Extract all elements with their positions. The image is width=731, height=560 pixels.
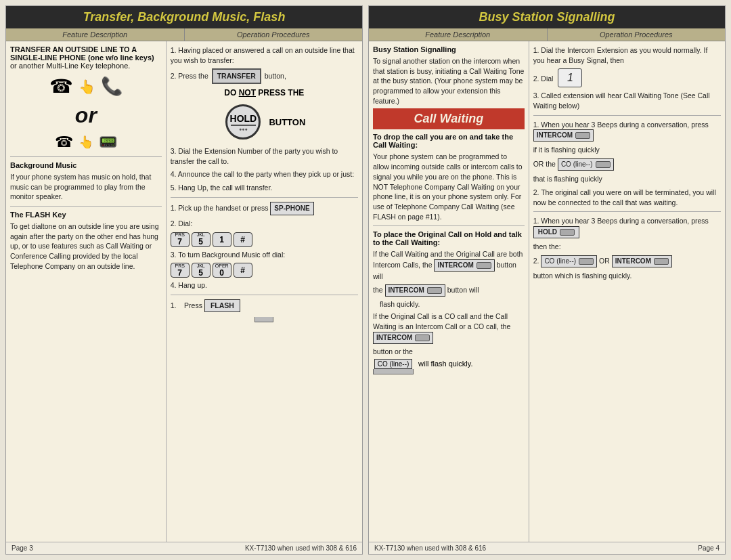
do-not-hold-section: DO NOT PRESS THE HOLD ●●● BUTTON (171, 88, 358, 142)
place-call-body1: If the Call Waiting and the Original Cal… (373, 249, 525, 281)
call-waiting-drop-steps: 1. When you hear 3 Beeps during a conver… (533, 120, 721, 207)
left-page-footer: Page 3 KX-T7130 when used with 308 & 616 (6, 542, 362, 554)
cw-if-flashing: if it is flashing quickly (533, 145, 721, 155)
cw-drop-step-2: 2. The original call you were on will be… (533, 188, 721, 207)
left-page-content: TRANSFER AN OUTSIDE LINE TO A SINGLE-LIN… (6, 41, 362, 542)
call-waiting-drop-feature: To drop the call you are on and take the… (373, 133, 525, 221)
bg-step-4: 4. Hang up. (171, 280, 358, 290)
left-footer-model: KX-T7130 when used with 308 & 616 (245, 544, 357, 552)
busy-step-2: 2. Dial 1 (533, 68, 721, 87)
bg-music-steps: 1. Pick up the handset or press SP-PHONE… (171, 202, 358, 290)
transfer-step-3: 3. Dial the Extension Number of the part… (171, 146, 358, 166)
cw-or-the: OR the CO (line--) (533, 158, 721, 171)
phone-icon-4: 📟 (99, 133, 117, 151)
flash-key-feature: The FLASH Key To get dialtone on an outs… (10, 211, 162, 271)
sp-phone-button: SP-PHONE (270, 202, 313, 215)
do-not-text: DO NOT PRESS THE (171, 88, 358, 98)
intercom-press-btn: INTERCOM (533, 129, 594, 142)
bg-step-2: 2. Dial: (171, 219, 358, 229)
cw-drop-step-1: 1. When you hear 3 Beeps during a conver… (533, 120, 721, 142)
hash-key-2: # (234, 263, 252, 278)
left-operation-col: 1. Having placed or answered a call on a… (167, 41, 362, 542)
co-line-btn-group: CO (line--) (373, 359, 414, 374)
prs7-key-2: PRS7 (171, 263, 190, 278)
flash-steps: 1. Press FLASH (171, 299, 358, 324)
busy-station-title: Busy Station Signalling (373, 45, 525, 53)
hash-key: # (234, 232, 252, 247)
phone-icon-3: ☎ (55, 133, 73, 151)
co-line-container: CO (line--) will flash quickly. (373, 359, 525, 374)
separator-r-op2 (533, 211, 721, 212)
bg-step-3: 3. To turn Background Music off dial: (171, 250, 358, 260)
jkl5-key: JKL5 (192, 232, 211, 247)
left-operation-header: Operation Procedures (185, 28, 363, 41)
right-feature-col: Busy Station Signalling To signal anothe… (369, 41, 529, 542)
transfer-feature: TRANSFER AN OUTSIDE LINE TO A SINGLE-LIN… (10, 45, 162, 151)
intercom-place-btn: INTERCOM (612, 255, 672, 267)
right-page-content: Busy Station Signalling To signal anothe… (369, 41, 725, 542)
dial-row-2: PRS7 JKL5 OPER0 # (171, 263, 358, 278)
intercom-btn-inline-2: INTERCOM (385, 284, 445, 297)
cw-button-flashing: button which is flashing quickly. (533, 271, 721, 281)
place-call-body2: the INTERCOM button will (373, 284, 525, 297)
transfer-step-1: 1. Having placed or answered a call on a… (171, 45, 358, 65)
flash-button: FLASH (204, 299, 240, 312)
pointing-icon-2: 👆 (79, 135, 93, 150)
left-footer-page: Page 3 (12, 544, 33, 552)
separator-1 (10, 156, 162, 157)
separator-op-1 (171, 197, 358, 198)
right-page-footer: KX-T7130 when used with 308 & 616 Page 4 (369, 542, 725, 554)
dial-1-button: 1 (558, 68, 582, 87)
prs7-key: PRS7 (171, 232, 190, 247)
right-operation-col: 1. Dial the Intercom Extension as you wo… (529, 41, 725, 542)
busy-station-feature: Busy Station Signalling To signal anothe… (373, 45, 525, 106)
busy-step-3: 3. Called extension will hear Call Waiti… (533, 91, 721, 110)
co-line-place-btn: CO (line--) (541, 255, 597, 267)
transfer-step-4: 4. Announce the call to the party when t… (171, 169, 358, 179)
call-waiting-header: Call Waiting (373, 108, 525, 129)
left-page: Transfer, Background Music, Flash Featur… (5, 5, 363, 555)
bg-music-title: Background Music (10, 161, 162, 169)
hold-circle-sublabel: ●●● (239, 127, 248, 131)
cw-place-step-2: 2. CO (line--) OR INTERCOM (533, 255, 721, 267)
co-line-indicator (373, 369, 414, 374)
phone-images-row-2: ☎ 👆 📟 (10, 133, 162, 151)
flash-key-title: The FLASH Key (10, 211, 162, 219)
oper0-key: OPER0 (213, 263, 231, 278)
cw-that-flashing: that is flashing quickly (533, 174, 721, 184)
flash-indicator (254, 317, 273, 322)
multi-line-phone-icon: 📞 (101, 76, 123, 97)
flash-key-body: To get dialtone on an outside line you a… (10, 221, 162, 271)
busy-step-1: 1. Dial the Intercom Extension as you wo… (533, 45, 721, 65)
drop-call-body: Your phone system can be programmed to a… (373, 152, 525, 221)
bg-music-body: If your phone system has music on hold, … (10, 172, 162, 202)
bg-step-1: 1. Pick up the handset or press SP-PHONE (171, 202, 358, 215)
right-feature-header: Feature Description (369, 28, 548, 41)
intercom-btn-inline: INTERCOM (434, 259, 494, 272)
right-page-header: Busy Station Signalling (369, 6, 725, 28)
button-word: BUTTON (269, 117, 305, 127)
transfer-title: TRANSFER AN OUTSIDE LINE TO A SINGLE-LIN… (10, 45, 162, 70)
right-section-headers: Feature Description Operation Procedures (369, 28, 725, 41)
call-waiting-place-steps: 1. When you hear 3 Beeps during a conver… (533, 216, 721, 280)
drop-call-title: To drop the call you are on and take the… (373, 133, 525, 149)
right-footer-model: KX-T7130 when used with 308 & 616 (374, 544, 486, 552)
busy-station-steps: 1. Dial the Intercom Extension as you wo… (533, 45, 721, 111)
cw-place-step-1: 1. When you hear 3 Beeps during a conver… (533, 216, 721, 238)
right-page: Busy Station Signalling Feature Descript… (368, 5, 726, 555)
transfer-step-5: 5. Hang Up, the call will transfer. (171, 183, 358, 193)
transfer-steps: 1. Having placed or answered a call on a… (171, 45, 358, 193)
dial-row-1: PRS7 JKL5 1 # (171, 232, 358, 247)
busy-station-body: To signal another station on the interco… (373, 56, 525, 106)
separator-r-op1 (533, 115, 721, 116)
place-call-body4: button or the (373, 347, 525, 357)
right-operation-header: Operation Procedures (548, 28, 726, 41)
place-call-feature: To place the Original Call on Hold and t… (373, 230, 525, 374)
phone-images-row: ☎ 👆 📞 (10, 75, 162, 98)
separator-r1 (373, 225, 525, 226)
hold-press-btn: HOLD (533, 226, 579, 238)
intercom-btn-inline-3: INTERCOM (373, 332, 433, 344)
single-line-phone-icon: ☎ (49, 75, 73, 98)
cw-then-the: then the: (533, 242, 721, 252)
hold-circle: HOLD ●●● (225, 104, 261, 139)
